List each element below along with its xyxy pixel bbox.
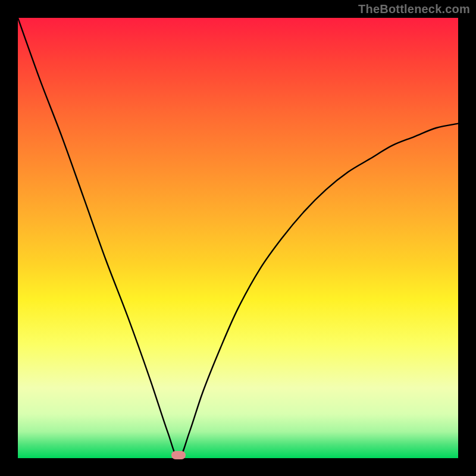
bottleneck-curve [18,18,458,458]
optimal-point-marker [171,451,186,459]
plot-area [18,18,458,458]
chart-container: TheBottleneck.com [0,0,476,476]
attribution-text: TheBottleneck.com [358,2,470,16]
